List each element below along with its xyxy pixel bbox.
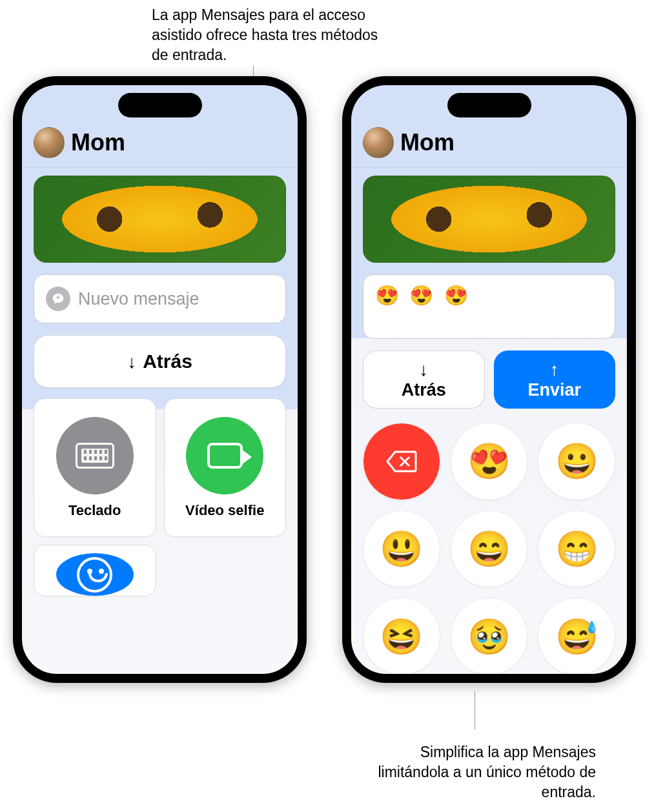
- back-button[interactable]: Atrás: [363, 350, 485, 409]
- contact-name: Mom: [400, 129, 455, 156]
- message-image-sunflower[interactable]: [34, 176, 286, 263]
- keyboard-label: Teclado: [68, 502, 121, 519]
- video-selfie-card[interactable]: Vídeo selfie: [164, 398, 287, 537]
- emoji-key[interactable]: 🥹: [451, 598, 528, 674]
- back-label: Atrás: [143, 350, 192, 372]
- conversation-header: Mom: [22, 85, 298, 168]
- arrow-down-icon: [127, 350, 136, 372]
- caption-top: La app Mensajes para el acceso asistido …: [152, 5, 384, 65]
- conversation-header: Mom: [351, 85, 627, 168]
- send-label: Enviar: [527, 380, 581, 400]
- phone-left: Mom Nuevo mensaje Atrás Teclado: [13, 76, 307, 683]
- delete-key[interactable]: [363, 423, 440, 500]
- keyboard-icon: [56, 417, 134, 494]
- arrow-up-icon: [550, 360, 559, 380]
- video-label: Vídeo selfie: [185, 502, 264, 519]
- compose-value: 😍 😍 😍: [375, 284, 471, 307]
- compose-field[interactable]: Nuevo mensaje: [34, 274, 286, 323]
- compose-field[interactable]: 😍 😍 😍: [363, 274, 615, 339]
- contact-avatar: [34, 127, 65, 158]
- emoji-key[interactable]: 😍: [451, 423, 528, 500]
- back-label: Atrás: [402, 380, 446, 400]
- emoji-key[interactable]: 😁: [538, 511, 615, 588]
- caption-bottom: Simplifica la app Mensajes limitándola a…: [357, 742, 596, 802]
- emoji-key[interactable]: 😃: [363, 511, 440, 588]
- contact-avatar: [363, 127, 394, 158]
- compose-placeholder: Nuevo mensaje: [78, 289, 199, 309]
- callout-line-bottom: [475, 691, 475, 729]
- emoji-icon: [56, 553, 134, 596]
- back-button[interactable]: Atrás: [34, 335, 286, 388]
- emoji-key[interactable]: 😆: [363, 598, 440, 674]
- emoji-key[interactable]: 😅: [538, 598, 615, 674]
- keyboard-input-card[interactable]: Teclado: [34, 398, 156, 537]
- arrow-down-icon: [419, 360, 428, 380]
- emoji-key[interactable]: 😄: [451, 511, 528, 588]
- delete-icon: [386, 451, 417, 472]
- video-icon: [186, 417, 263, 494]
- send-button[interactable]: Enviar: [494, 350, 616, 409]
- emoji-key[interactable]: 😀: [538, 423, 615, 500]
- contact-name: Mom: [71, 129, 125, 156]
- emoji-input-card[interactable]: [34, 545, 156, 596]
- message-image-sunflower[interactable]: [363, 176, 615, 263]
- phone-right: Mom 😍 😍 😍 Atrás Enviar: [342, 76, 636, 683]
- new-message-icon: [46, 287, 70, 311]
